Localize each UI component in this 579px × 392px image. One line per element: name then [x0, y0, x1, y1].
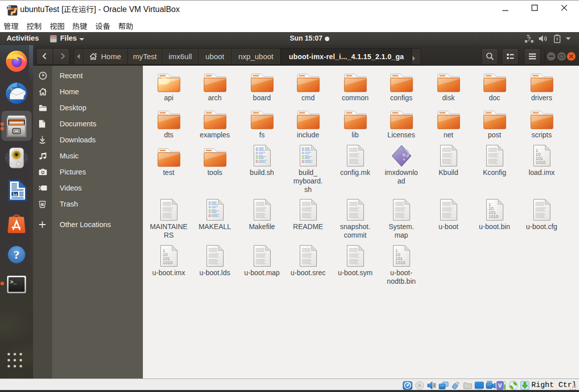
svg-text:?: ? — [14, 248, 20, 261]
svg-text:?: ? — [527, 35, 531, 43]
svg-text:V: V — [498, 382, 502, 388]
svg-text:>_: >_ — [10, 279, 17, 285]
